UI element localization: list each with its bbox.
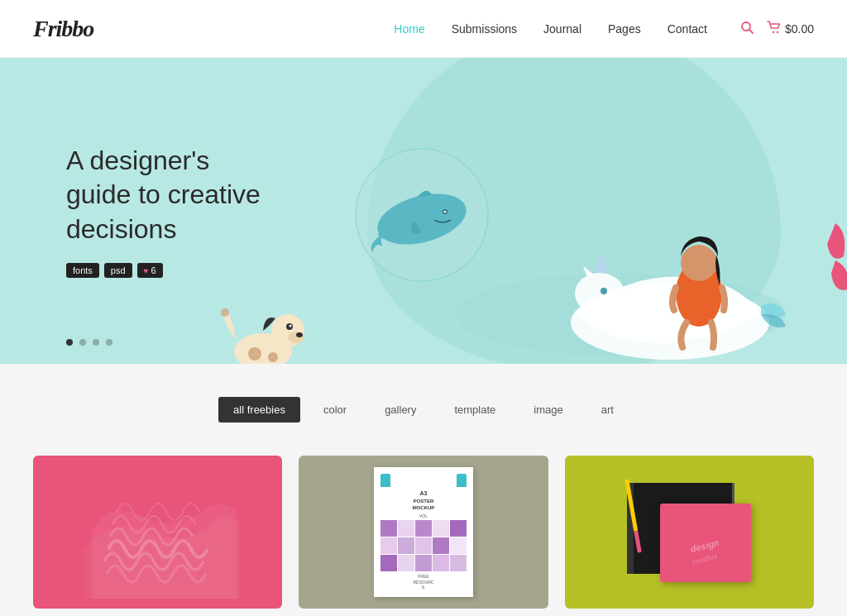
svg-point-12 [601, 288, 607, 294]
site-logo[interactable]: Fribbo [33, 16, 93, 42]
svg-text:creative: creative [691, 552, 719, 566]
filter-template[interactable]: template [439, 397, 510, 423]
nav-home[interactable]: Home [394, 22, 424, 36]
hero-content: A designer's guide to creative decisions… [0, 144, 281, 279]
dot-2[interactable] [79, 339, 86, 346]
search-button[interactable] [740, 21, 754, 37]
svg-point-20 [296, 332, 303, 337]
cart-amount: $0.00 [785, 22, 814, 36]
filter-section: all freebies color gallery template imag… [0, 364, 847, 439]
cart-button[interactable]: $0.00 [767, 21, 814, 37]
filter-tabs: all freebies color gallery template imag… [218, 397, 629, 423]
dot-1[interactable] [66, 339, 73, 346]
hero-tags: fonts psd 6 [66, 263, 281, 278]
svg-point-22 [290, 325, 292, 327]
svg-line-1 [749, 30, 753, 33]
svg-point-3 [777, 31, 778, 32]
filter-image[interactable]: image [519, 397, 577, 423]
svg-point-16 [248, 347, 261, 361]
svg-point-14 [681, 245, 717, 281]
card-poster-mockup[interactable]: A3 POSTERMOCKUP VOL FREERESOURCE [299, 456, 548, 609]
poster-title-a3: A3 [380, 490, 467, 496]
wavy-illustration [75, 466, 241, 599]
filter-all-freebies[interactable]: all freebies [218, 397, 300, 423]
poster-vol: VOL [380, 513, 467, 518]
cart-icon [767, 21, 782, 37]
filter-art[interactable]: art [586, 397, 629, 423]
poster-mockup-content: A3 POSTERMOCKUP VOL FREERESOURCE [374, 467, 473, 596]
cards-grid: A3 POSTERMOCKUP VOL FREERESOURCE [0, 439, 847, 616]
hero-section: A designer's guide to creative decisions… [0, 58, 847, 364]
poster-title-text: POSTERMOCKUP [380, 499, 467, 512]
dot-3[interactable] [93, 339, 99, 346]
svg-point-11 [575, 273, 624, 314]
poster-clip-right [457, 474, 467, 487]
card-pink-wavy[interactable] [33, 456, 282, 609]
notebook-red: design creative [660, 504, 751, 582]
hero-title: A designer's guide to creative decisions [66, 144, 281, 247]
nav-contact[interactable]: Contact [668, 22, 707, 36]
nav-submissions[interactable]: Submissions [452, 22, 517, 36]
notebook-design: design creative [660, 504, 751, 582]
svg-point-23 [221, 308, 229, 317]
filter-color[interactable]: color [309, 397, 361, 423]
filter-gallery[interactable]: gallery [370, 397, 431, 423]
nav-journal[interactable]: Journal [543, 22, 581, 36]
poster-clip-left [380, 474, 390, 487]
svg-point-2 [773, 31, 774, 32]
main-nav: Home Submissions Journal Pages Contact [394, 21, 814, 37]
poster-clips [380, 474, 467, 487]
poster-sub-text: FREERESOURCE [380, 574, 467, 590]
search-icon [740, 21, 754, 34]
nav-icons: $0.00 [740, 21, 814, 37]
tag-fonts[interactable]: fonts [66, 263, 99, 278]
tag-psd[interactable]: psd [104, 263, 132, 278]
notebook-content: /// design creative [627, 483, 751, 582]
dot-4[interactable] [106, 339, 112, 346]
tag-likes[interactable]: 6 [137, 263, 163, 278]
svg-point-17 [268, 352, 278, 362]
card-notebook[interactable]: /// design creative [565, 456, 814, 609]
nav-pages[interactable]: Pages [608, 22, 641, 36]
slider-dots [66, 339, 112, 346]
poster-grid [380, 520, 467, 571]
site-header: Fribbo Home Submissions Journal Pages Co… [0, 0, 847, 58]
svg-point-9 [444, 211, 447, 213]
